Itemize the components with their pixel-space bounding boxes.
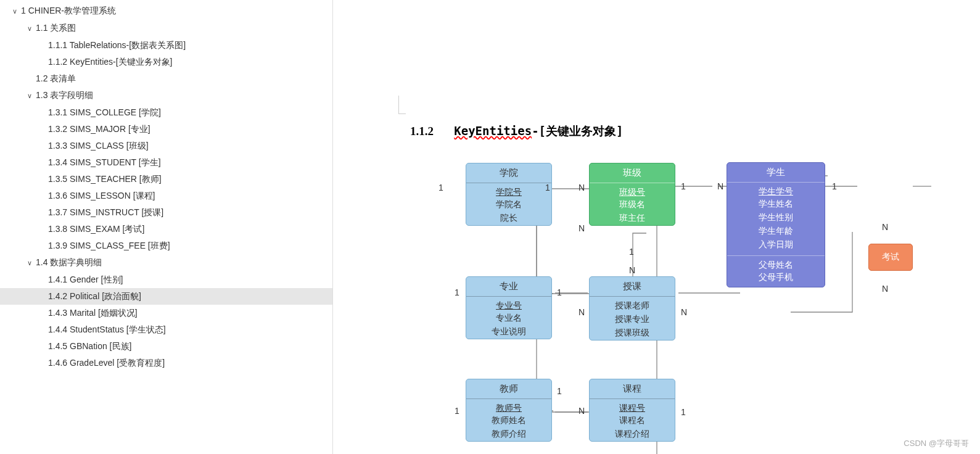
tree-1-3-3[interactable]: 1.3.3 SIMS_CLASS [班级] [0, 138, 332, 154]
chevron-down-icon: ∨ [27, 88, 36, 104]
card-many: N [717, 181, 723, 191]
tree-1-3-5[interactable]: 1.3.5 SIMS_TEACHER [教师] [0, 171, 332, 188]
entity-exam[interactable]: 考试 [868, 244, 913, 271]
card-many: N [579, 406, 585, 416]
card-many: N [882, 284, 888, 294]
tree-1-1-2[interactable]: 1.1.2 KeyEntities-[关键业务对象] [0, 54, 332, 70]
tree-root[interactable]: ∨1 CHINER-教学管理系统 [0, 2, 332, 20]
entity-field: 学生年龄 [727, 225, 825, 238]
entity-teacher[interactable]: 教师 教师号 教师姓名 教师介绍 [466, 379, 552, 442]
entity-field: 学生姓名 [727, 197, 825, 211]
entity-field: 学院名 [466, 198, 551, 212]
entity-field: 专业说明 [466, 325, 551, 339]
heading-keyword: KeyEntities [454, 124, 532, 138]
card-many: N [579, 307, 585, 317]
entity-title: 教师 [466, 379, 551, 399]
card-one: 1 [832, 181, 837, 191]
tree-1-4-4[interactable]: 1.4.4 StudentStatus [学生状态] [0, 321, 332, 338]
card-many: N [681, 307, 687, 317]
tree-1-3-7[interactable]: 1.3.7 SIMS_INSTRUCT [授课] [0, 204, 332, 221]
section-number: 1.1.2 [410, 125, 434, 138]
card-one: 1 [557, 386, 562, 396]
tree-1-1-1[interactable]: 1.1.1 TableRelations-[数据表关系图] [0, 37, 332, 54]
tree-1-4-6[interactable]: 1.4.6 GradeLevel [受教育程度] [0, 355, 332, 371]
tree-1-4-5[interactable]: 1.4.5 GBNation [民族] [0, 338, 332, 355]
card-many: N [882, 222, 888, 232]
entity-title: 学生 [727, 163, 825, 183]
chevron-down-icon: ∨ [12, 3, 21, 20]
entity-field: 授课班级 [590, 326, 675, 340]
tree-1-1[interactable]: ∨1.1 关系图 [0, 20, 332, 37]
tree-1-3-2[interactable]: 1.3.2 SIMS_MAJOR [专业] [0, 121, 332, 138]
entity-title: 课程 [590, 379, 675, 399]
entity-field: 班级名 [590, 198, 675, 212]
tree-1-4[interactable]: ∨1.4 数据字典明细 [0, 254, 332, 271]
entity-pk: 班级号 [590, 183, 675, 198]
entity-field: 学生性别 [727, 211, 825, 225]
entity-field: 授课专业 [590, 313, 675, 326]
card-one: 1 [455, 406, 459, 416]
card-one: 1 [455, 287, 459, 297]
entity-major[interactable]: 专业 专业号 专业名 专业说明 [466, 276, 552, 339]
tree-1-4-2[interactable]: 1.4.2 Political [政治面貌] [0, 288, 332, 305]
entity-instruct[interactable]: 授课 授课老师 授课专业 授课班级 [589, 276, 675, 340]
card-many: N [579, 183, 585, 192]
entity-field: 课程介绍 [590, 427, 675, 441]
entity-pk: 课程号 [590, 399, 675, 414]
card-one: 1 [681, 181, 686, 191]
entity-field: 教师介绍 [466, 427, 551, 441]
card-one: 1 [629, 247, 634, 257]
entity-field: 入学日期 [727, 238, 825, 252]
card-one: 1 [681, 407, 686, 417]
card-one: 1 [439, 183, 443, 192]
entity-student[interactable]: 学生 学生学号 学生姓名 学生性别 学生年龄 入学日期 父母姓名 父母手机 [727, 162, 825, 287]
chevron-down-icon: ∨ [27, 255, 36, 271]
entity-pk: 专业号 [466, 297, 551, 312]
card-one: 1 [545, 183, 550, 192]
entity-field: 班主任 [590, 212, 675, 225]
tree-1-3-8[interactable]: 1.3.8 SIMS_EXAM [考试] [0, 221, 332, 237]
entity-college[interactable]: 学院 学院号 学院名 院长 [466, 163, 552, 226]
tree-1-2[interactable]: 1.2 表清单 [0, 70, 332, 87]
tree-1-4-3[interactable]: 1.4.3 Marital [婚姻状况] [0, 305, 332, 321]
doc-section-heading: 1.1.2 KeyEntities-[关键业务对象] [410, 123, 623, 139]
entity-field: 父母手机 [727, 271, 825, 287]
tree-1-3-6[interactable]: 1.3.6 SIMS_LESSON [课程] [0, 188, 332, 204]
chevron-down-icon: ∨ [27, 20, 36, 37]
entity-field: 授课老师 [590, 297, 675, 313]
entity-title: 授课 [590, 277, 675, 297]
watermark: CSDN @字母哥哥 [904, 438, 969, 449]
entity-field: 专业名 [466, 312, 551, 325]
entity-pk: 教师号 [466, 399, 551, 414]
ruler-tick [398, 96, 406, 114]
entity-field: 院长 [466, 212, 551, 225]
entity-title: 班级 [590, 163, 675, 183]
entity-field: 教师姓名 [466, 414, 551, 427]
tree-1-3[interactable]: ∨1.3 表字段明细 [0, 87, 332, 104]
entity-pk: 学生学号 [727, 183, 825, 197]
entity-field: 课程名 [590, 414, 675, 427]
outline-tree: ∨1 CHINER-教学管理系统 ∨1.1 关系图 1.1.1 TableRel… [0, 0, 333, 454]
card-many: N [579, 223, 585, 233]
entity-lesson[interactable]: 课程 课程号 课程名 课程介绍 [589, 379, 675, 442]
entity-class[interactable]: 班级 班级号 班级名 班主任 [589, 163, 675, 226]
document-viewport[interactable]: 1.1.2 KeyEntities-[关键业务对象] 学院 学院号 学 [345, 0, 980, 454]
tree-1-3-1[interactable]: 1.3.1 SIMS_COLLEGE [学院] [0, 104, 332, 121]
entity-title: 考试 [882, 252, 899, 262]
entity-title: 学院 [466, 163, 551, 183]
entity-field: 父母姓名 [727, 255, 825, 271]
tree-1-3-9[interactable]: 1.3.9 SIMS_CLASS_FEE [班费] [0, 237, 332, 254]
heading-rest: -[关键业务对象] [532, 124, 623, 138]
card-one: 1 [557, 287, 562, 297]
entity-title: 专业 [466, 277, 551, 297]
tree-1-3-4[interactable]: 1.3.4 SIMS_STUDENT [学生] [0, 154, 332, 171]
entity-pk: 学院号 [466, 183, 551, 198]
tree-1-4-1[interactable]: 1.4.1 Gender [性别] [0, 271, 332, 288]
card-many: N [629, 265, 635, 275]
